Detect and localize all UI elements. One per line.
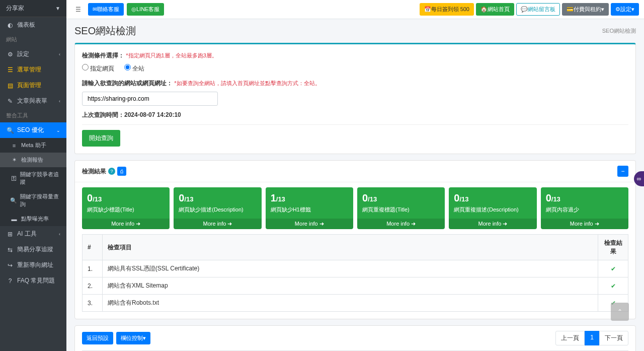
menu-toggle-icon[interactable]: ☰ — [71, 4, 85, 15]
table-row: 1.網站具有SSL憑證(SSL Certificate)✔ — [83, 260, 628, 277]
nav-section-tools: 整合工具 — [0, 109, 66, 122]
key-icon: ⚿ — [10, 175, 17, 181]
list-icon: ≡ — [10, 143, 18, 149]
last-query-time: 2024-08-07 14:20:10 — [124, 111, 181, 118]
page-header: SEO網站檢測 SEO網站檢測 — [66, 19, 644, 43]
nav-article-form[interactable]: ✎文章與表單‹ — [0, 93, 66, 109]
side-widget[interactable] — [634, 171, 644, 186]
nav-faq[interactable]: ?FAQ 常見問題 — [0, 273, 66, 289]
scroll-top-button[interactable]: ⌃ — [611, 303, 629, 321]
stat-card: 0/13 網頁缺少標題(Title) More info ➜ — [82, 187, 170, 229]
redirect-icon: ↪ — [6, 262, 14, 269]
more-info-link[interactable]: More info ➜ — [541, 219, 628, 229]
breadcrumb: SEO網站檢測 — [602, 27, 636, 35]
settings-button[interactable]: ⚙ 設定 ▾ — [611, 3, 639, 16]
prev-page-button[interactable]: 上一頁 — [555, 331, 585, 345]
cond-label: 檢測條件選擇： — [82, 52, 124, 59]
more-info-link[interactable]: More info ➜ — [174, 219, 261, 229]
result-card: 檢測結果 ? ⎙ − 0/13 網頁缺少標題(Title) More info … — [74, 160, 636, 319]
nav-keyword-volume[interactable]: 🔍關鍵字搜尋量查詢 — [0, 189, 66, 212]
nav-seo-opt[interactable]: 🔍SEO 優化⌄ — [0, 122, 66, 138]
url-hint: *如要查詢全網站，請填入首頁網址並點擊查詢方式：全站。 — [174, 80, 320, 86]
chevron-left-icon: ‹ — [59, 52, 60, 57]
more-info-link[interactable]: More info ➜ — [449, 219, 536, 229]
contact-button[interactable]: ✉ 聯絡客服 — [88, 3, 124, 16]
share-icon: ⇆ — [6, 246, 14, 253]
radio-page[interactable]: 指定網頁 — [82, 65, 114, 72]
more-info-link[interactable]: More info ➜ — [357, 219, 445, 229]
line-button[interactable]: ◎ LINE客服 — [127, 3, 164, 16]
nav-report[interactable]: ✶檢測報告 — [0, 153, 66, 167]
table-row: 3.網站含有Robots.txt✔ — [83, 295, 628, 312]
export-icon[interactable]: ⎙ — [117, 167, 126, 176]
cols-button[interactable]: 欄位控制 ▾ — [116, 332, 150, 344]
th-res: 檢查結果 — [598, 235, 628, 260]
url-label: 請輸入欲查詢的網站或網頁網址： — [82, 80, 173, 87]
page-title: SEO網站檢測 — [74, 24, 136, 38]
check-ok-icon: ✔ — [611, 283, 616, 290]
gauge-icon: ◐ — [6, 22, 14, 29]
nav-redirect[interactable]: ↪重新導向網址 — [0, 257, 66, 273]
check-table: # 檢查項目 檢查結果 1.網站具有SSL憑證(SSL Certificate)… — [82, 234, 628, 312]
nav-dashboard[interactable]: ◐儀表板 — [0, 17, 66, 33]
gear-icon: ⚙ — [6, 51, 14, 58]
chevron-left-icon: ‹ — [59, 232, 60, 237]
bug-icon: ✶ — [10, 157, 18, 163]
query-card: 檢測條件選擇： *指定網頁只跑1層，全站最多跑3層。 指定網頁 全站 請輸入欲查… — [74, 43, 636, 154]
table-row: 2.網站含有XML Sitemap✔ — [83, 277, 628, 295]
help-icon[interactable]: ? — [108, 168, 115, 175]
home-button[interactable]: 🏠 網站首頁 — [476, 3, 514, 16]
url-input[interactable] — [82, 92, 218, 106]
stat-card: 0/13 網頁重複標題(Title) More info ➜ — [357, 187, 445, 229]
more-info-link[interactable]: More info ➜ — [266, 219, 353, 229]
stat-card: 0/13 網頁重複描述(Description) More info ➜ — [449, 187, 536, 229]
nav-menu-mgmt[interactable]: ☰選單管理 — [0, 62, 66, 78]
sitemap-icon: ☰ — [6, 66, 14, 74]
topbar: ☰ ✉ 聯絡客服 ◎ LINE客服 📅 每日簽到領 500 🏠 網站首頁 💬 網… — [66, 0, 644, 19]
nav-page-mgmt[interactable]: ▤頁面管理 — [0, 78, 66, 93]
nav-click-exposure[interactable]: ▬點擊曝光率 — [0, 212, 66, 226]
nav-section-site: 網站 — [0, 33, 66, 46]
page-icon: ▤ — [6, 82, 14, 89]
check-ok-icon: ✔ — [611, 265, 616, 272]
question-icon: ? — [6, 277, 14, 285]
chart-icon: ▬ — [10, 216, 18, 222]
reset-button[interactable]: 返回預設 — [82, 332, 113, 344]
robot-icon: ⊞ — [6, 231, 14, 238]
next-page-button[interactable]: 下一頁 — [599, 331, 628, 345]
radio-site[interactable]: 全站 — [124, 65, 144, 72]
checkin-button[interactable]: 📅 每日簽到領 500 — [420, 3, 474, 16]
cond-hint: *指定網頁只跑1層，全站最多跑3層。 — [126, 52, 217, 58]
stat-card: 0/13 網頁內容過少 More info ➜ — [541, 187, 628, 229]
chevron-left-icon: ‹ — [59, 99, 60, 104]
page-1-button[interactable]: 1 — [585, 331, 599, 345]
more-info-link[interactable]: More info ➜ — [82, 219, 170, 229]
brand-selector[interactable]: 分享家▼ — [0, 0, 66, 17]
search-icon: 🔍 — [10, 197, 17, 204]
nav-keyword-competitor[interactable]: ⚿關鍵字競爭者追蹤 — [0, 167, 66, 189]
sidebar: 分享家▼ ◐儀表板 網站 ⚙設定‹ ☰選單管理 ▤頁面管理 ✎文章與表單‹ 整合… — [0, 0, 66, 351]
datatable-card: 返回預設 欄位控制 ▾ 上一頁 1 下一頁 網址 標題(Title)▲▼ 描述(… — [74, 325, 636, 351]
chevron-down-icon: ⌄ — [56, 128, 60, 133]
nav-settings[interactable]: ⚙設定‹ — [0, 46, 66, 62]
search-icon: 🔍 — [6, 127, 14, 134]
nav-meta-helper[interactable]: ≡Meta 助手 — [0, 138, 66, 153]
nav-share-track[interactable]: ⇆簡易分享追蹤 — [0, 242, 66, 257]
stat-card: 0/13 網頁缺少描述(Description) More info ➜ — [174, 187, 261, 229]
result-title: 檢測結果 — [82, 167, 106, 176]
nav-ai-tools[interactable]: ⊞AI 工具‹ — [0, 226, 66, 242]
last-query-label: 上次查詢時間： — [82, 111, 124, 118]
stat-card: 1/13 網頁缺少H1標籤 More info ➜ — [266, 187, 353, 229]
msgboard-button[interactable]: 💬 網站留言板 — [516, 3, 560, 16]
chevron-down-icon: ▼ — [55, 6, 60, 11]
th-item: 檢查項目 — [103, 235, 598, 260]
payment-button[interactable]: 💳 付費與租約 ▾ — [562, 3, 609, 16]
start-query-button[interactable]: 開始查詢 — [82, 130, 120, 147]
edit-icon: ✎ — [6, 98, 14, 105]
collapse-button[interactable]: − — [617, 166, 628, 177]
th-idx: # — [83, 235, 103, 260]
